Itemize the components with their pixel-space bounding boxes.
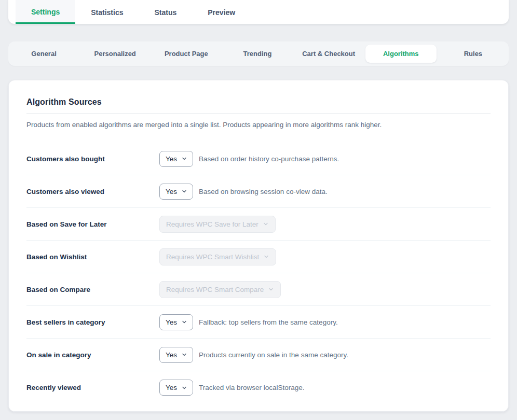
chevron-down-icon	[181, 156, 187, 162]
sub-tab-algorithms[interactable]: Algorithms	[365, 45, 437, 63]
setting-select-based-on-wishlist: Requires WPC Smart Wishlist	[159, 248, 276, 265]
top-tab-bar-card: SettingsStatisticsStatusPreview	[8, 0, 509, 24]
setting-label: Customers also bought	[26, 155, 159, 163]
setting-helper-text: Fallback: top sellers from the same cate…	[199, 318, 338, 326]
setting-select-recently-viewed[interactable]: Yes	[159, 380, 193, 396]
setting-helper-text: Based on browsing session co-view data.	[199, 188, 328, 195]
setting-label: Best sellers in category	[26, 318, 159, 326]
top-tab-preview[interactable]: Preview	[192, 0, 251, 24]
setting-select-on-sale-in-category[interactable]: Yes	[159, 347, 193, 363]
setting-row-based-on-wishlist: Based on Wishlist Requires WPC Smart Wis…	[26, 241, 491, 273]
setting-row-best-sellers-in-category: Best sellers in category Yes Fallback: t…	[26, 306, 491, 339]
setting-select-based-on-compare: Requires WPC Smart Compare	[159, 281, 281, 298]
sub-tab-bar: GeneralPersonalizedProduct PageTrendingC…	[8, 41, 509, 66]
select-value: Yes	[166, 351, 177, 359]
panel-description: Products from enabled algorithms are mer…	[26, 121, 491, 129]
setting-row-based-on-save-for-later: Based on Save for Later Requires WPC Sav…	[26, 208, 491, 241]
select-value: Yes	[166, 318, 177, 326]
sub-tab-product-page[interactable]: Product Page	[151, 41, 222, 66]
sub-tab-trending[interactable]: Trending	[222, 41, 293, 66]
sub-tab-cart-checkout[interactable]: Cart & Checkout	[293, 41, 364, 66]
setting-select-customers-also-viewed[interactable]: Yes	[159, 184, 193, 200]
setting-row-recently-viewed: Recently viewed Yes Tracked via browser …	[26, 371, 491, 404]
setting-row-customers-also-bought: Customers also bought Yes Based on order…	[26, 143, 491, 175]
setting-select-customers-also-bought[interactable]: Yes	[159, 151, 193, 167]
page: SettingsStatisticsStatusPreview GeneralP…	[0, 0, 517, 420]
setting-label: Based on Wishlist	[26, 253, 159, 261]
sub-tab-rules[interactable]: Rules	[438, 41, 509, 66]
setting-helper-text: Based on order history co-purchase patte…	[199, 155, 339, 163]
setting-label: Customers also viewed	[26, 188, 159, 195]
chevron-down-icon	[181, 188, 187, 194]
chevron-down-icon	[181, 385, 187, 391]
setting-helper-text: Tracked via browser localStorage.	[199, 384, 305, 391]
select-value: Requires WPC Save for Later	[166, 220, 258, 228]
setting-label: Based on Compare	[26, 286, 159, 293]
setting-label: On sale in category	[26, 351, 159, 359]
setting-row-customers-also-viewed: Customers also viewed Yes Based on brows…	[26, 175, 491, 208]
chevron-down-icon	[263, 254, 269, 260]
chevron-down-icon	[268, 286, 274, 292]
sub-tab-personalized[interactable]: Personalized	[79, 41, 151, 66]
setting-row-based-on-compare: Based on Compare Requires WPC Smart Comp…	[26, 273, 491, 306]
select-value: Requires WPC Smart Compare	[166, 286, 264, 293]
select-value: Requires WPC Smart Wishlist	[166, 253, 259, 261]
setting-helper-text: Products currently on sale in the same c…	[199, 351, 348, 359]
settings-rows: Customers also bought Yes Based on order…	[26, 143, 491, 404]
chevron-down-icon	[181, 319, 187, 325]
setting-select-based-on-save-for-later: Requires WPC Save for Later	[159, 216, 276, 233]
select-value: Yes	[166, 384, 177, 391]
setting-select-best-sellers-in-category[interactable]: Yes	[159, 314, 193, 330]
top-tab-settings[interactable]: Settings	[16, 0, 75, 24]
page-title: Algorithm Sources	[26, 97, 491, 107]
setting-row-on-sale-in-category: On sale in category Yes Products current…	[26, 339, 491, 371]
chevron-down-icon	[181, 352, 187, 358]
sub-tab-general[interactable]: General	[8, 41, 79, 66]
select-value: Yes	[166, 188, 177, 195]
chevron-down-icon	[263, 221, 269, 227]
top-tab-statistics[interactable]: Statistics	[75, 0, 139, 24]
top-tab-status[interactable]: Status	[139, 0, 192, 24]
algorithm-sources-panel: Algorithm Sources Products from enabled …	[8, 80, 509, 412]
setting-label: Recently viewed	[26, 384, 159, 391]
select-value: Yes	[166, 155, 177, 163]
setting-label: Based on Save for Later	[26, 220, 159, 228]
title-divider	[26, 113, 491, 114]
top-tab-bar: SettingsStatisticsStatusPreview	[8, 0, 509, 24]
